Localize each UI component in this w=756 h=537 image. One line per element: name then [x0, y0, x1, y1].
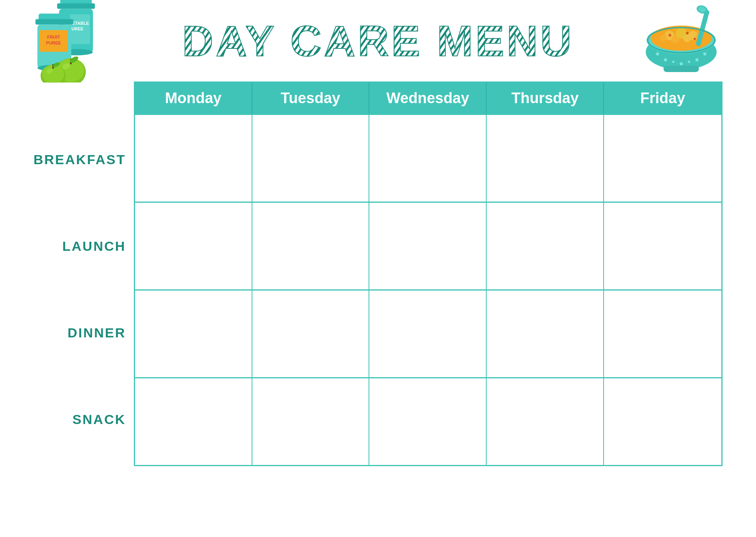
launch-label: LAUNCH [33, 203, 134, 289]
menu-table: BREAKFAST LAUNCH DINNER SNACK Monday Tue… [33, 81, 723, 466]
svg-point-46 [680, 62, 683, 65]
launch-wednesday[interactable] [369, 203, 487, 289]
svg-point-31 [671, 35, 679, 43]
snack-tuesday[interactable] [252, 378, 370, 465]
breakfast-row [135, 114, 721, 202]
svg-text:★: ★ [685, 30, 689, 36]
food-jars-icon: VEGETABLE PUREE FRUIT PUREE [35, 0, 108, 84]
svg-rect-8 [35, 19, 73, 24]
launch-tuesday[interactable] [252, 203, 370, 289]
svg-text:FRUIT: FRUIT [47, 34, 60, 39]
breakfast-tuesday[interactable] [252, 115, 370, 202]
snack-friday[interactable] [604, 378, 721, 465]
dinner-wednesday[interactable] [369, 291, 487, 377]
snack-thursday[interactable] [487, 378, 604, 465]
svg-text:★: ★ [667, 32, 673, 38]
grid-body [135, 114, 721, 465]
snack-monday[interactable] [135, 378, 252, 465]
breakfast-thursday[interactable] [487, 115, 604, 202]
menu-grid: Monday Tuesday Wednesday Thursday Friday [134, 81, 723, 466]
breakfast-wednesday[interactable] [369, 115, 487, 202]
col-friday: Friday [604, 83, 721, 114]
svg-text:PUREE: PUREE [46, 40, 61, 45]
snack-label: SNACK [33, 376, 134, 463]
breakfast-monday[interactable] [135, 115, 252, 202]
dinner-thursday[interactable] [487, 291, 604, 377]
page-title: DAY CARE MENU [182, 16, 574, 66]
svg-point-33 [660, 35, 667, 42]
launch-row [135, 202, 721, 289]
col-wednesday: Wednesday [369, 83, 487, 114]
svg-point-48 [688, 61, 690, 63]
page-header: VEGETABLE PUREE FRUIT PUREE [24, 16, 732, 66]
breakfast-friday[interactable] [604, 115, 721, 202]
launch-friday[interactable] [604, 203, 721, 289]
svg-point-44 [703, 52, 706, 56]
col-monday: Monday [135, 83, 252, 114]
food-bowl-icon: ★ ★ ★ [642, 5, 721, 77]
breakfast-label: BREAKFAST [33, 116, 134, 203]
svg-rect-25 [663, 66, 699, 72]
col-tuesday: Tuesday [252, 83, 370, 114]
col-thursday: Thursday [487, 83, 604, 114]
svg-rect-1 [57, 3, 95, 9]
svg-point-45 [695, 58, 699, 61]
svg-point-47 [672, 61, 674, 63]
svg-point-42 [656, 52, 659, 56]
launch-thursday[interactable] [487, 203, 604, 289]
grid-header: Monday Tuesday Wednesday Thursday Friday [135, 83, 721, 114]
row-labels: BREAKFAST LAUNCH DINNER SNACK [33, 81, 134, 466]
dinner-row [135, 289, 721, 377]
dinner-label: DINNER [33, 289, 134, 376]
dinner-friday[interactable] [604, 291, 721, 377]
dinner-tuesday[interactable] [252, 291, 370, 377]
snack-wednesday[interactable] [369, 378, 487, 465]
dinner-monday[interactable] [135, 291, 252, 377]
svg-text:★: ★ [693, 37, 697, 41]
svg-point-43 [664, 58, 667, 61]
snack-row [135, 377, 721, 465]
launch-monday[interactable] [135, 203, 252, 289]
